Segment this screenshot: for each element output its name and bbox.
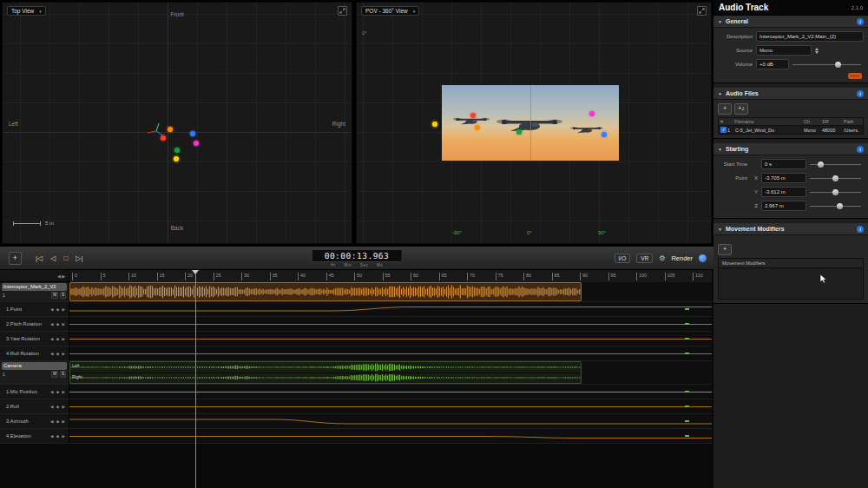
- play-button[interactable]: ▷|: [76, 254, 82, 262]
- stepper-icon[interactable]: [815, 48, 819, 54]
- track-row-camera[interactable]: Camera1MSLeftRight: [0, 361, 712, 385]
- particle-dot[interactable]: [432, 122, 437, 127]
- render-button[interactable]: Render: [671, 254, 693, 262]
- track-row-1-mic-position[interactable]: 1.Mic Position◀ ◆ ▶: [0, 385, 712, 399]
- add-track-button[interactable]: +: [9, 252, 22, 265]
- solo-button[interactable]: S: [60, 371, 66, 378]
- track-header-2-pitch-rotation[interactable]: 2.Pitch Rotation◀ ◆ ▶: [0, 317, 69, 331]
- viewport-pov-360[interactable]: POV - 360° View ▾: [356, 2, 712, 244]
- add-audio-file-button[interactable]: +: [718, 103, 732, 115]
- track-row-4-elevation[interactable]: 4.Elevation◀ ◆ ▶: [0, 429, 712, 444]
- particle-dot[interactable]: [174, 156, 179, 162]
- track-header-3-yaw-rotation[interactable]: 3.Yaw Rotation◀ ◆ ▶: [0, 332, 69, 346]
- value-slider[interactable]: [810, 203, 861, 209]
- collapse-triangle-icon[interactable]: ▼: [718, 147, 722, 152]
- volume-slider[interactable]: [792, 62, 861, 68]
- vr-button[interactable]: VR: [636, 254, 653, 263]
- section-starting-header[interactable]: ▼ Starting i: [713, 143, 868, 155]
- info-icon[interactable]: i: [857, 90, 864, 97]
- track-header-interceptor-mark-2-v2[interactable]: Interceptor_Mark_2_V21MS: [0, 282, 69, 301]
- automation-nav-icons[interactable]: ◀ ◆ ▶: [50, 352, 69, 356]
- automation-nav-icons[interactable]: ◀ ◆ ▶: [50, 337, 69, 341]
- particle-dot[interactable]: [194, 141, 199, 146]
- track-lane-interceptor-mark-2-v2[interactable]: [69, 282, 712, 301]
- volume-field[interactable]: +0 dB: [756, 59, 789, 69]
- particle-dot[interactable]: [516, 129, 522, 135]
- value-field[interactable]: -3.612 m: [761, 187, 806, 197]
- value-field[interactable]: 0 s: [761, 159, 806, 169]
- track-lane-2-pitch-rotation[interactable]: [69, 317, 712, 331]
- description-field[interactable]: Interceptor_Mark_2_V2:Main_(2): [756, 31, 864, 42]
- value-slider[interactable]: [810, 189, 861, 195]
- slider-knob[interactable]: [818, 162, 824, 168]
- pov-view-selector[interactable]: POV - 360° View ▾: [361, 6, 419, 16]
- automation-nav-icons[interactable]: ◀ ◆ ▶: [50, 322, 69, 326]
- track-nav-arrows-icon[interactable]: ◀ ▶: [57, 274, 65, 279]
- step-back-button[interactable]: ◁: [50, 254, 56, 262]
- track-lane-4-roll-rotation[interactable]: [69, 346, 712, 360]
- mute-button[interactable]: M: [51, 292, 58, 299]
- track-header-4-elevation[interactable]: 4.Elevation◀ ◆ ▶: [0, 429, 69, 443]
- stop-button[interactable]: □: [63, 254, 68, 262]
- section-audio-files-header[interactable]: ▼ Audio Files i: [713, 88, 868, 100]
- track-color-swatch[interactable]: [848, 73, 862, 79]
- particle-dot[interactable]: [470, 113, 476, 118]
- track-name[interactable]: Interceptor_Mark_2_V2: [2, 283, 67, 291]
- movement-modifiers-box[interactable]: Movement Modifiers: [718, 258, 864, 300]
- audio-clip-interceptor-mark-2-v2[interactable]: [69, 282, 582, 301]
- track-header-camera[interactable]: Camera1MS: [0, 361, 69, 384]
- automation-nav-icons[interactable]: ◀ ◆ ▶: [50, 419, 69, 424]
- file-enabled-checkbox[interactable]: ✓: [720, 127, 727, 133]
- track-lane-3-yaw-rotation[interactable]: [69, 332, 712, 346]
- track-lane-1-mic-position[interactable]: [69, 385, 712, 399]
- track-header-1-mic-position[interactable]: 1.Mic Position◀ ◆ ▶: [0, 385, 69, 399]
- timeline-ruler[interactable]: 0510152025303540455055606570758085909510…: [69, 270, 712, 283]
- section-general-header[interactable]: ▼ General i: [713, 16, 868, 28]
- add-audio-file-media-button[interactable]: +♪: [734, 103, 748, 115]
- add-movement-modifier-button[interactable]: +: [718, 244, 732, 255]
- automation-nav-icons[interactable]: ◀ ◆ ▶: [50, 434, 69, 439]
- automation-nav-icons[interactable]: ◀ ◆ ▶: [50, 405, 69, 409]
- collapse-triangle-icon[interactable]: ▼: [718, 91, 722, 96]
- section-movement-header[interactable]: ▼ Movement Modifiers i: [713, 223, 868, 235]
- collapse-triangle-icon[interactable]: ▼: [718, 19, 722, 24]
- automation-nav-icons[interactable]: ◀ ◆ ▶: [50, 307, 69, 312]
- value-slider[interactable]: [810, 162, 861, 168]
- value-slider[interactable]: [810, 175, 861, 181]
- particle-dot[interactable]: [161, 135, 166, 141]
- value-field[interactable]: 2.967 m: [761, 201, 806, 211]
- track-row-3-azimuth[interactable]: 3.Azimuth◀ ◆ ▶: [0, 414, 712, 429]
- source-dropdown[interactable]: Mono: [756, 45, 812, 56]
- viewport-top-view[interactable]: Top View ▾ Front Back Left Right 5 m: [2, 2, 352, 244]
- slider-knob[interactable]: [837, 203, 843, 209]
- expand-viewport-icon[interactable]: [697, 6, 707, 16]
- io-button[interactable]: I/O: [615, 254, 631, 263]
- audio-clip-camera[interactable]: LeftRight: [69, 361, 582, 384]
- track-lane-3-azimuth[interactable]: [69, 414, 712, 428]
- track-lane-2-roll[interactable]: [69, 399, 712, 413]
- volume-slider-knob[interactable]: [835, 62, 841, 68]
- mute-button[interactable]: M: [51, 371, 58, 378]
- particle-dot[interactable]: [168, 127, 173, 132]
- particle-dot[interactable]: [602, 132, 607, 137]
- track-lane-1-point[interactable]: [69, 302, 712, 316]
- track-lane-camera[interactable]: LeftRight: [69, 361, 712, 384]
- particle-dot[interactable]: [174, 148, 180, 153]
- track-row-1-point[interactable]: 1 Point◀ ◆ ▶: [0, 302, 712, 317]
- info-icon[interactable]: i: [857, 226, 864, 233]
- track-row-interceptor-mark-2-v2[interactable]: Interceptor_Mark_2_V21MS: [0, 282, 712, 302]
- track-header-1-point[interactable]: 1 Point◀ ◆ ▶: [0, 302, 69, 316]
- solo-button[interactable]: S: [60, 292, 66, 299]
- info-icon[interactable]: i: [857, 146, 864, 153]
- slider-knob[interactable]: [832, 189, 838, 195]
- slider-knob[interactable]: [832, 175, 838, 181]
- track-header-3-azimuth[interactable]: 3.Azimuth◀ ◆ ▶: [0, 414, 69, 428]
- track-row-3-yaw-rotation[interactable]: 3.Yaw Rotation◀ ◆ ▶: [0, 332, 712, 346]
- particle-dot[interactable]: [475, 125, 480, 130]
- track-row-4-roll-rotation[interactable]: 4.Roll Rotation◀ ◆ ▶: [0, 346, 712, 361]
- audio-file-row[interactable]: ✓1C-5_Jet_Wind_DoMono48000/Users.: [719, 126, 863, 134]
- track-row-2-roll[interactable]: 2.Roll◀ ◆ ▶: [0, 399, 712, 414]
- track-lane-4-elevation[interactable]: [69, 429, 712, 443]
- info-icon[interactable]: i: [857, 18, 864, 25]
- track-header-2-roll[interactable]: 2.Roll◀ ◆ ▶: [0, 399, 69, 413]
